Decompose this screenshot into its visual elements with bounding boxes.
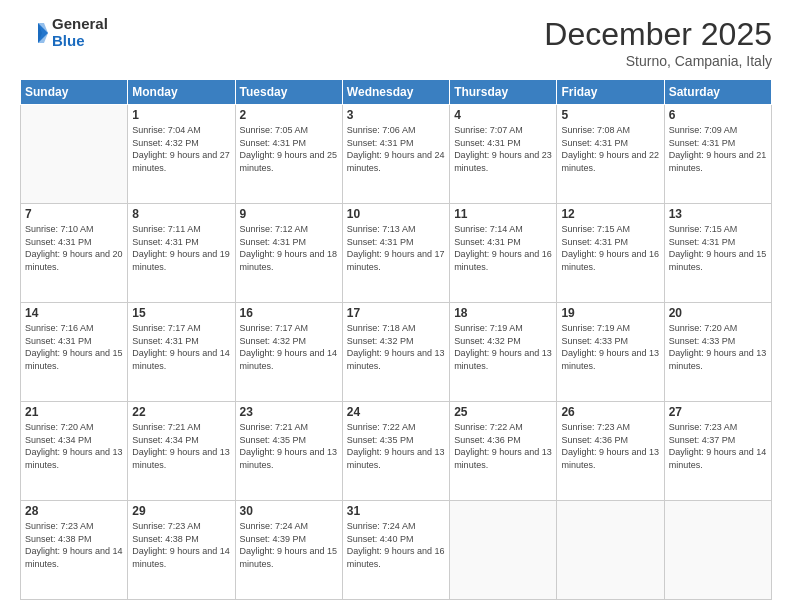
week-row-3: 14Sunrise: 7:16 AMSunset: 4:31 PMDayligh… xyxy=(21,303,772,402)
calendar-cell: 22Sunrise: 7:21 AMSunset: 4:34 PMDayligh… xyxy=(128,402,235,501)
day-number: 14 xyxy=(25,306,123,320)
logo-general-text: General xyxy=(52,16,108,33)
calendar-cell: 6Sunrise: 7:09 AMSunset: 4:31 PMDaylight… xyxy=(664,105,771,204)
calendar-cell: 21Sunrise: 7:20 AMSunset: 4:34 PMDayligh… xyxy=(21,402,128,501)
day-number: 3 xyxy=(347,108,445,122)
logo-icon xyxy=(20,19,48,47)
day-number: 20 xyxy=(669,306,767,320)
calendar-cell: 12Sunrise: 7:15 AMSunset: 4:31 PMDayligh… xyxy=(557,204,664,303)
day-info: Sunrise: 7:23 AMSunset: 4:37 PMDaylight:… xyxy=(669,421,767,471)
day-info: Sunrise: 7:21 AMSunset: 4:35 PMDaylight:… xyxy=(240,421,338,471)
calendar-cell: 27Sunrise: 7:23 AMSunset: 4:37 PMDayligh… xyxy=(664,402,771,501)
day-number: 8 xyxy=(132,207,230,221)
day-info: Sunrise: 7:20 AMSunset: 4:34 PMDaylight:… xyxy=(25,421,123,471)
day-number: 12 xyxy=(561,207,659,221)
day-number: 23 xyxy=(240,405,338,419)
logo-text: General Blue xyxy=(52,16,108,49)
day-number: 31 xyxy=(347,504,445,518)
day-number: 11 xyxy=(454,207,552,221)
day-info: Sunrise: 7:04 AMSunset: 4:32 PMDaylight:… xyxy=(132,124,230,174)
calendar-cell: 23Sunrise: 7:21 AMSunset: 4:35 PMDayligh… xyxy=(235,402,342,501)
calendar-cell: 31Sunrise: 7:24 AMSunset: 4:40 PMDayligh… xyxy=(342,501,449,600)
weekday-header-sunday: Sunday xyxy=(21,80,128,105)
calendar-cell: 9Sunrise: 7:12 AMSunset: 4:31 PMDaylight… xyxy=(235,204,342,303)
day-info: Sunrise: 7:23 AMSunset: 4:36 PMDaylight:… xyxy=(561,421,659,471)
calendar-cell: 2Sunrise: 7:05 AMSunset: 4:31 PMDaylight… xyxy=(235,105,342,204)
calendar-cell: 8Sunrise: 7:11 AMSunset: 4:31 PMDaylight… xyxy=(128,204,235,303)
weekday-header-saturday: Saturday xyxy=(664,80,771,105)
calendar-cell xyxy=(664,501,771,600)
calendar-cell: 28Sunrise: 7:23 AMSunset: 4:38 PMDayligh… xyxy=(21,501,128,600)
calendar-cell: 17Sunrise: 7:18 AMSunset: 4:32 PMDayligh… xyxy=(342,303,449,402)
day-info: Sunrise: 7:19 AMSunset: 4:32 PMDaylight:… xyxy=(454,322,552,372)
day-info: Sunrise: 7:06 AMSunset: 4:31 PMDaylight:… xyxy=(347,124,445,174)
weekday-header-row: SundayMondayTuesdayWednesdayThursdayFrid… xyxy=(21,80,772,105)
calendar-cell: 1Sunrise: 7:04 AMSunset: 4:32 PMDaylight… xyxy=(128,105,235,204)
day-info: Sunrise: 7:14 AMSunset: 4:31 PMDaylight:… xyxy=(454,223,552,273)
calendar-cell: 16Sunrise: 7:17 AMSunset: 4:32 PMDayligh… xyxy=(235,303,342,402)
day-info: Sunrise: 7:17 AMSunset: 4:31 PMDaylight:… xyxy=(132,322,230,372)
calendar-cell: 20Sunrise: 7:20 AMSunset: 4:33 PMDayligh… xyxy=(664,303,771,402)
calendar-cell: 29Sunrise: 7:23 AMSunset: 4:38 PMDayligh… xyxy=(128,501,235,600)
day-number: 2 xyxy=(240,108,338,122)
weekday-header-friday: Friday xyxy=(557,80,664,105)
day-number: 24 xyxy=(347,405,445,419)
calendar-cell: 26Sunrise: 7:23 AMSunset: 4:36 PMDayligh… xyxy=(557,402,664,501)
day-info: Sunrise: 7:17 AMSunset: 4:32 PMDaylight:… xyxy=(240,322,338,372)
day-info: Sunrise: 7:18 AMSunset: 4:32 PMDaylight:… xyxy=(347,322,445,372)
calendar-cell: 7Sunrise: 7:10 AMSunset: 4:31 PMDaylight… xyxy=(21,204,128,303)
day-info: Sunrise: 7:20 AMSunset: 4:33 PMDaylight:… xyxy=(669,322,767,372)
day-number: 30 xyxy=(240,504,338,518)
day-number: 17 xyxy=(347,306,445,320)
day-info: Sunrise: 7:09 AMSunset: 4:31 PMDaylight:… xyxy=(669,124,767,174)
calendar-cell: 13Sunrise: 7:15 AMSunset: 4:31 PMDayligh… xyxy=(664,204,771,303)
day-number: 5 xyxy=(561,108,659,122)
day-info: Sunrise: 7:15 AMSunset: 4:31 PMDaylight:… xyxy=(561,223,659,273)
day-info: Sunrise: 7:12 AMSunset: 4:31 PMDaylight:… xyxy=(240,223,338,273)
day-number: 29 xyxy=(132,504,230,518)
calendar-cell: 4Sunrise: 7:07 AMSunset: 4:31 PMDaylight… xyxy=(450,105,557,204)
logo: General Blue xyxy=(20,16,108,49)
week-row-1: 1Sunrise: 7:04 AMSunset: 4:32 PMDaylight… xyxy=(21,105,772,204)
calendar-table: SundayMondayTuesdayWednesdayThursdayFrid… xyxy=(20,79,772,600)
calendar-cell: 19Sunrise: 7:19 AMSunset: 4:33 PMDayligh… xyxy=(557,303,664,402)
title-block: December 2025 Sturno, Campania, Italy xyxy=(544,16,772,69)
day-number: 6 xyxy=(669,108,767,122)
calendar-cell xyxy=(21,105,128,204)
day-info: Sunrise: 7:24 AMSunset: 4:39 PMDaylight:… xyxy=(240,520,338,570)
day-number: 21 xyxy=(25,405,123,419)
day-info: Sunrise: 7:05 AMSunset: 4:31 PMDaylight:… xyxy=(240,124,338,174)
weekday-header-thursday: Thursday xyxy=(450,80,557,105)
week-row-2: 7Sunrise: 7:10 AMSunset: 4:31 PMDaylight… xyxy=(21,204,772,303)
page: General Blue December 2025 Sturno, Campa… xyxy=(0,0,792,612)
day-number: 22 xyxy=(132,405,230,419)
weekday-header-wednesday: Wednesday xyxy=(342,80,449,105)
day-info: Sunrise: 7:07 AMSunset: 4:31 PMDaylight:… xyxy=(454,124,552,174)
calendar-cell: 15Sunrise: 7:17 AMSunset: 4:31 PMDayligh… xyxy=(128,303,235,402)
day-number: 15 xyxy=(132,306,230,320)
day-info: Sunrise: 7:11 AMSunset: 4:31 PMDaylight:… xyxy=(132,223,230,273)
day-number: 9 xyxy=(240,207,338,221)
weekday-header-monday: Monday xyxy=(128,80,235,105)
calendar-cell xyxy=(450,501,557,600)
day-number: 13 xyxy=(669,207,767,221)
day-number: 7 xyxy=(25,207,123,221)
day-info: Sunrise: 7:19 AMSunset: 4:33 PMDaylight:… xyxy=(561,322,659,372)
calendar-cell: 11Sunrise: 7:14 AMSunset: 4:31 PMDayligh… xyxy=(450,204,557,303)
calendar-cell: 24Sunrise: 7:22 AMSunset: 4:35 PMDayligh… xyxy=(342,402,449,501)
calendar-cell: 14Sunrise: 7:16 AMSunset: 4:31 PMDayligh… xyxy=(21,303,128,402)
month-title: December 2025 xyxy=(544,16,772,53)
day-info: Sunrise: 7:21 AMSunset: 4:34 PMDaylight:… xyxy=(132,421,230,471)
day-number: 19 xyxy=(561,306,659,320)
day-number: 18 xyxy=(454,306,552,320)
day-number: 26 xyxy=(561,405,659,419)
calendar-cell: 10Sunrise: 7:13 AMSunset: 4:31 PMDayligh… xyxy=(342,204,449,303)
calendar-cell: 5Sunrise: 7:08 AMSunset: 4:31 PMDaylight… xyxy=(557,105,664,204)
calendar-cell: 3Sunrise: 7:06 AMSunset: 4:31 PMDaylight… xyxy=(342,105,449,204)
day-info: Sunrise: 7:08 AMSunset: 4:31 PMDaylight:… xyxy=(561,124,659,174)
calendar-cell: 25Sunrise: 7:22 AMSunset: 4:36 PMDayligh… xyxy=(450,402,557,501)
day-info: Sunrise: 7:13 AMSunset: 4:31 PMDaylight:… xyxy=(347,223,445,273)
day-info: Sunrise: 7:23 AMSunset: 4:38 PMDaylight:… xyxy=(25,520,123,570)
day-info: Sunrise: 7:24 AMSunset: 4:40 PMDaylight:… xyxy=(347,520,445,570)
day-number: 4 xyxy=(454,108,552,122)
